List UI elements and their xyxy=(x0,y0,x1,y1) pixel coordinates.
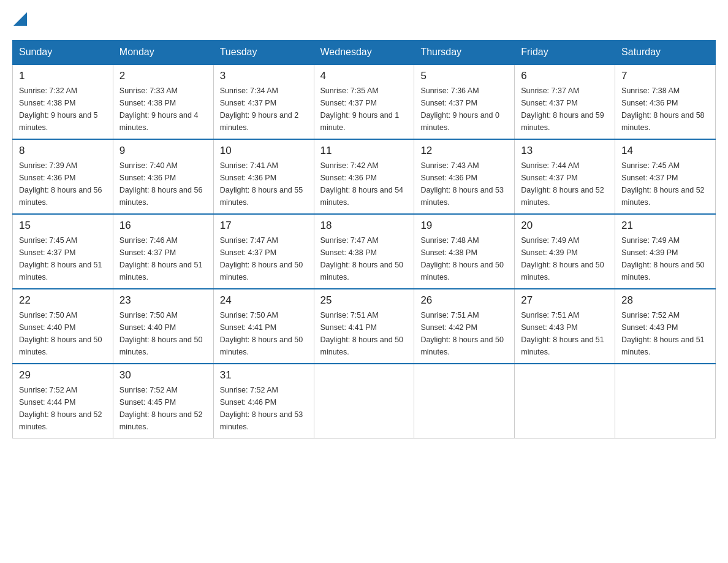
day-number: 22 xyxy=(19,294,107,307)
calendar-cell: 25 Sunrise: 7:51 AM Sunset: 4:41 PM Dayl… xyxy=(314,289,414,364)
day-info: Sunrise: 7:45 AM Sunset: 4:37 PM Dayligh… xyxy=(19,234,107,283)
calendar-week-row: 15 Sunrise: 7:45 AM Sunset: 4:37 PM Dayl… xyxy=(13,214,716,289)
calendar-cell: 2 Sunrise: 7:33 AM Sunset: 4:38 PM Dayli… xyxy=(113,64,213,139)
calendar-cell: 24 Sunrise: 7:50 AM Sunset: 4:41 PM Dayl… xyxy=(213,289,314,364)
day-info: Sunrise: 7:45 AM Sunset: 4:37 PM Dayligh… xyxy=(621,159,709,209)
day-info: Sunrise: 7:52 AM Sunset: 4:46 PM Dayligh… xyxy=(220,384,308,433)
logo xyxy=(12,12,27,28)
calendar-cell: 12 Sunrise: 7:43 AM Sunset: 4:36 PM Dayl… xyxy=(414,139,515,214)
day-number: 27 xyxy=(521,294,609,307)
calendar-cell: 9 Sunrise: 7:40 AM Sunset: 4:36 PM Dayli… xyxy=(113,139,213,214)
calendar-cell: 27 Sunrise: 7:51 AM Sunset: 4:43 PM Dayl… xyxy=(515,289,615,364)
calendar-week-row: 1 Sunrise: 7:32 AM Sunset: 4:38 PM Dayli… xyxy=(13,64,716,139)
day-info: Sunrise: 7:40 AM Sunset: 4:36 PM Dayligh… xyxy=(119,159,207,209)
day-info: Sunrise: 7:50 AM Sunset: 4:41 PM Dayligh… xyxy=(220,309,308,358)
day-info: Sunrise: 7:35 AM Sunset: 4:37 PM Dayligh… xyxy=(320,85,408,134)
calendar-cell: 16 Sunrise: 7:46 AM Sunset: 4:37 PM Dayl… xyxy=(113,214,213,289)
day-number: 13 xyxy=(521,145,609,157)
day-info: Sunrise: 7:47 AM Sunset: 4:38 PM Dayligh… xyxy=(320,234,408,283)
day-header-sunday: Sunday xyxy=(13,40,113,65)
day-number: 2 xyxy=(119,70,207,82)
day-number: 8 xyxy=(19,145,107,157)
calendar-week-row: 8 Sunrise: 7:39 AM Sunset: 4:36 PM Dayli… xyxy=(13,139,716,214)
day-number: 21 xyxy=(621,220,709,232)
calendar-cell: 23 Sunrise: 7:50 AM Sunset: 4:40 PM Dayl… xyxy=(113,289,213,364)
day-number: 9 xyxy=(119,145,207,157)
calendar-cell: 17 Sunrise: 7:47 AM Sunset: 4:37 PM Dayl… xyxy=(213,214,314,289)
day-number: 5 xyxy=(420,70,508,82)
day-number: 10 xyxy=(220,145,308,157)
day-header-monday: Monday xyxy=(113,40,213,65)
calendar-cell: 5 Sunrise: 7:36 AM Sunset: 4:37 PM Dayli… xyxy=(414,64,515,139)
day-header-friday: Friday xyxy=(515,40,615,65)
day-number: 30 xyxy=(119,369,207,381)
day-info: Sunrise: 7:51 AM Sunset: 4:41 PM Dayligh… xyxy=(320,309,408,358)
day-info: Sunrise: 7:36 AM Sunset: 4:37 PM Dayligh… xyxy=(420,85,508,134)
calendar-cell: 6 Sunrise: 7:37 AM Sunset: 4:37 PM Dayli… xyxy=(515,64,615,139)
day-number: 6 xyxy=(521,70,609,82)
day-info: Sunrise: 7:51 AM Sunset: 4:42 PM Dayligh… xyxy=(420,309,508,358)
day-number: 20 xyxy=(521,220,609,232)
day-number: 19 xyxy=(420,220,508,232)
calendar-cell: 4 Sunrise: 7:35 AM Sunset: 4:37 PM Dayli… xyxy=(314,64,414,139)
calendar-cell xyxy=(515,364,615,439)
day-number: 23 xyxy=(119,294,207,307)
calendar-cell: 3 Sunrise: 7:34 AM Sunset: 4:37 PM Dayli… xyxy=(213,64,314,139)
day-info: Sunrise: 7:47 AM Sunset: 4:37 PM Dayligh… xyxy=(220,234,308,283)
day-info: Sunrise: 7:50 AM Sunset: 4:40 PM Dayligh… xyxy=(119,309,207,358)
day-number: 3 xyxy=(220,70,308,82)
day-info: Sunrise: 7:38 AM Sunset: 4:36 PM Dayligh… xyxy=(621,85,709,134)
day-info: Sunrise: 7:48 AM Sunset: 4:38 PM Dayligh… xyxy=(420,234,508,283)
day-number: 4 xyxy=(320,70,408,82)
calendar-cell: 8 Sunrise: 7:39 AM Sunset: 4:36 PM Dayli… xyxy=(13,139,113,214)
day-number: 18 xyxy=(320,220,408,232)
day-number: 26 xyxy=(420,294,508,307)
calendar-cell: 26 Sunrise: 7:51 AM Sunset: 4:42 PM Dayl… xyxy=(414,289,515,364)
day-info: Sunrise: 7:37 AM Sunset: 4:37 PM Dayligh… xyxy=(521,85,609,134)
day-info: Sunrise: 7:49 AM Sunset: 4:39 PM Dayligh… xyxy=(621,234,709,283)
day-info: Sunrise: 7:52 AM Sunset: 4:44 PM Dayligh… xyxy=(19,384,107,433)
day-info: Sunrise: 7:41 AM Sunset: 4:36 PM Dayligh… xyxy=(220,159,308,209)
calendar-cell: 1 Sunrise: 7:32 AM Sunset: 4:38 PM Dayli… xyxy=(13,64,113,139)
calendar-cell: 30 Sunrise: 7:52 AM Sunset: 4:45 PM Dayl… xyxy=(113,364,213,439)
day-number: 16 xyxy=(119,220,207,232)
calendar-cell: 31 Sunrise: 7:52 AM Sunset: 4:46 PM Dayl… xyxy=(213,364,314,439)
calendar-cell: 10 Sunrise: 7:41 AM Sunset: 4:36 PM Dayl… xyxy=(213,139,314,214)
calendar-cell: 13 Sunrise: 7:44 AM Sunset: 4:37 PM Dayl… xyxy=(515,139,615,214)
day-info: Sunrise: 7:39 AM Sunset: 4:36 PM Dayligh… xyxy=(19,159,107,209)
day-info: Sunrise: 7:49 AM Sunset: 4:39 PM Dayligh… xyxy=(521,234,609,283)
calendar-cell: 28 Sunrise: 7:52 AM Sunset: 4:43 PM Dayl… xyxy=(615,289,716,364)
calendar-cell: 29 Sunrise: 7:52 AM Sunset: 4:44 PM Dayl… xyxy=(13,364,113,439)
day-info: Sunrise: 7:42 AM Sunset: 4:36 PM Dayligh… xyxy=(320,159,408,209)
calendar-cell: 22 Sunrise: 7:50 AM Sunset: 4:40 PM Dayl… xyxy=(13,289,113,364)
day-number: 17 xyxy=(220,220,308,232)
page-header xyxy=(12,12,716,28)
day-info: Sunrise: 7:52 AM Sunset: 4:43 PM Dayligh… xyxy=(621,309,709,358)
logo-triangle-icon xyxy=(13,12,27,26)
day-header-tuesday: Tuesday xyxy=(213,40,314,65)
day-header-wednesday: Wednesday xyxy=(314,40,414,65)
calendar-cell: 21 Sunrise: 7:49 AM Sunset: 4:39 PM Dayl… xyxy=(615,214,716,289)
calendar-cell: 15 Sunrise: 7:45 AM Sunset: 4:37 PM Dayl… xyxy=(13,214,113,289)
calendar-cell xyxy=(414,364,515,439)
calendar-cell: 7 Sunrise: 7:38 AM Sunset: 4:36 PM Dayli… xyxy=(615,64,716,139)
calendar-cell: 20 Sunrise: 7:49 AM Sunset: 4:39 PM Dayl… xyxy=(515,214,615,289)
day-info: Sunrise: 7:51 AM Sunset: 4:43 PM Dayligh… xyxy=(521,309,609,358)
day-number: 28 xyxy=(621,294,709,307)
day-number: 12 xyxy=(420,145,508,157)
svg-marker-0 xyxy=(13,12,27,26)
calendar-cell: 18 Sunrise: 7:47 AM Sunset: 4:38 PM Dayl… xyxy=(314,214,414,289)
calendar-cell: 19 Sunrise: 7:48 AM Sunset: 4:38 PM Dayl… xyxy=(414,214,515,289)
day-header-saturday: Saturday xyxy=(615,40,716,65)
day-header-thursday: Thursday xyxy=(414,40,515,65)
day-number: 1 xyxy=(19,70,107,82)
day-number: 24 xyxy=(220,294,308,307)
day-info: Sunrise: 7:34 AM Sunset: 4:37 PM Dayligh… xyxy=(220,85,308,134)
calendar-cell xyxy=(314,364,414,439)
calendar-cell: 11 Sunrise: 7:42 AM Sunset: 4:36 PM Dayl… xyxy=(314,139,414,214)
calendar-cell xyxy=(615,364,716,439)
calendar-table: SundayMondayTuesdayWednesdayThursdayFrid… xyxy=(12,40,716,439)
day-number: 31 xyxy=(220,369,308,381)
day-info: Sunrise: 7:32 AM Sunset: 4:38 PM Dayligh… xyxy=(19,85,107,134)
day-number: 11 xyxy=(320,145,408,157)
